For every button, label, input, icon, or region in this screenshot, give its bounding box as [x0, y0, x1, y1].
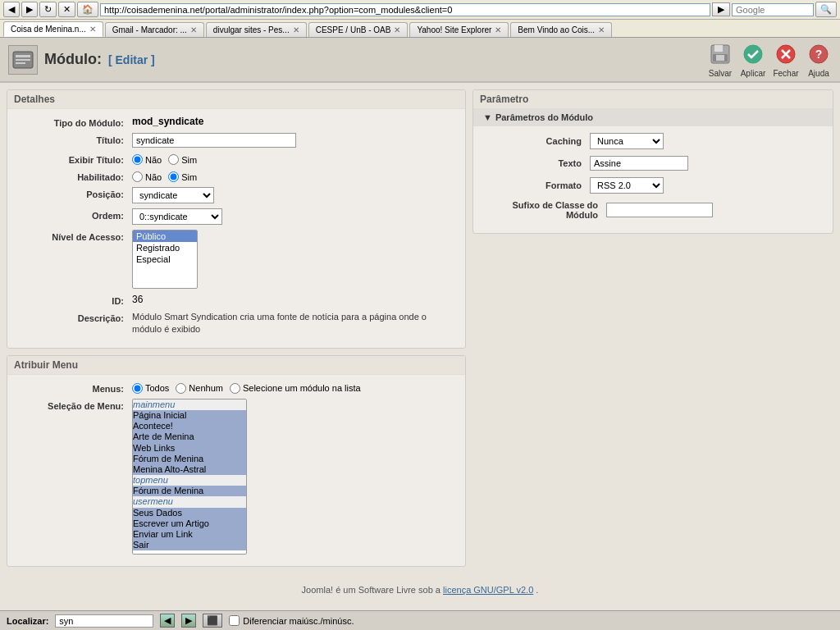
- formato-select[interactable]: RSS 2.0 Atom 1.0: [590, 177, 664, 194]
- caching-select[interactable]: Nunca Global: [590, 133, 664, 149]
- exibir-sim-label[interactable]: Sim: [168, 154, 197, 165]
- id-text: 36: [132, 294, 143, 305]
- menus-selecione-radio[interactable]: [230, 383, 240, 394]
- menu-listbox[interactable]: mainmenu Página Inicial Acontece! Arte d…: [132, 399, 247, 555]
- save-button[interactable]: Salvar: [707, 41, 733, 78]
- collapse-icon[interactable]: ▼: [483, 112, 492, 122]
- menina-alto-astral-item[interactable]: Menina Alto-Astral: [133, 464, 246, 475]
- apply-icon: [740, 41, 766, 67]
- tab-close-icon[interactable]: ✕: [293, 25, 299, 34]
- usermenu-header: usermenu: [133, 496, 246, 507]
- localizar-next-button[interactable]: ▶: [181, 614, 196, 628]
- footer-link[interactable]: licença GNU/GPL v2.0: [443, 585, 533, 595]
- tab-divulgar[interactable]: divulgar sites - Pes... ✕: [206, 22, 307, 37]
- localizar-prev-button[interactable]: ◀: [160, 614, 175, 628]
- exibir-sim-radio[interactable]: [168, 154, 179, 165]
- tab-cespe[interactable]: CESPE / UnB - OAB ✕: [308, 22, 409, 37]
- texto-control: [590, 156, 823, 171]
- escrever-artigo-item[interactable]: Escrever um Artigo: [133, 518, 246, 529]
- nivel-acesso-listbox[interactable]: Público Registrado Especial: [132, 230, 198, 289]
- search-box: 🔍: [732, 2, 837, 17]
- seus-dados-item[interactable]: Seus Dados: [133, 508, 246, 518]
- ordem-select[interactable]: 0::syndicate: [132, 208, 222, 225]
- footer-suffix: .: [536, 585, 538, 595]
- tab-label: divulgar sites - Pes...: [213, 25, 290, 34]
- titulo-label: Título:: [17, 133, 132, 145]
- tab-gmail[interactable]: Gmail - Marcador: ... ✕: [105, 22, 204, 37]
- module-icon: [8, 45, 38, 75]
- caching-control: Nunca Global: [590, 133, 823, 149]
- enviar-link-item[interactable]: Enviar um Link: [133, 529, 246, 540]
- back-button[interactable]: ◀: [3, 2, 20, 17]
- forum-menina-main-item[interactable]: Fórum de Menina: [133, 454, 246, 464]
- posicao-row: Posição: syndicate: [17, 187, 455, 203]
- tab-label: Gmail - Marcador: ...: [112, 25, 187, 34]
- web-links-item[interactable]: Web Links: [133, 443, 246, 454]
- url-input[interactable]: [100, 3, 710, 16]
- home-button[interactable]: 🏠: [77, 2, 98, 17]
- search-input[interactable]: [732, 3, 814, 16]
- close-svg: [774, 43, 797, 66]
- ordem-control: 0::syndicate: [132, 208, 455, 225]
- menus-selecione-label[interactable]: Selecione um módulo na lista: [230, 383, 361, 394]
- sufixo-control: [606, 203, 823, 217]
- tab-yahoo[interactable]: Yahoo! Site Explorer ✕: [409, 22, 509, 37]
- tab-close-icon[interactable]: ✕: [598, 25, 605, 34]
- sufixo-input[interactable]: [606, 203, 713, 217]
- texto-input[interactable]: [590, 156, 688, 171]
- menus-control: Todos Nenhum Selecione um módulo na list…: [132, 381, 455, 394]
- apply-button[interactable]: Aplicar: [740, 41, 766, 78]
- tab-close-icon[interactable]: ✕: [89, 25, 96, 34]
- tab-close-icon[interactable]: ✕: [394, 25, 400, 34]
- highlight-button[interactable]: ⬛: [203, 614, 222, 628]
- mainmenu-header: mainmenu: [133, 399, 246, 410]
- titulo-input[interactable]: [132, 133, 296, 148]
- menus-nenhum-label[interactable]: Nenhum: [176, 383, 223, 394]
- posicao-label: Posição:: [17, 187, 132, 199]
- tab-coisa[interactable]: Coisa de Menina.n... ✕: [3, 21, 103, 37]
- forum-menina-top-item[interactable]: Fórum de Menina: [133, 486, 246, 496]
- habilitado-sim-radio[interactable]: [168, 171, 179, 182]
- svg-point-8: [744, 45, 762, 63]
- menus-todos-radio[interactable]: [132, 383, 143, 394]
- localizar-input[interactable]: [55, 614, 153, 628]
- diferenciar-label[interactable]: Diferenciar maiúsc./minúsc.: [229, 615, 354, 626]
- help-button[interactable]: ? Ajuda: [806, 41, 832, 78]
- habilitado-nao-label[interactable]: Não: [132, 171, 162, 182]
- svg-rect-7: [716, 55, 724, 61]
- menus-nenhum-radio[interactable]: [176, 383, 186, 394]
- tab-close-icon[interactable]: ✕: [190, 25, 197, 34]
- reload-button[interactable]: ↻: [39, 2, 57, 17]
- acontece-item[interactable]: Acontece!: [133, 421, 246, 431]
- diferenciar-checkbox[interactable]: [229, 615, 240, 626]
- tab-bemvindo[interactable]: Bem Vindo ao Cois... ✕: [510, 22, 612, 37]
- stop-button[interactable]: ✕: [58, 2, 75, 17]
- texto-row: Texto: [483, 156, 823, 171]
- selecao-menu-control: mainmenu Página Inicial Acontece! Arte d…: [132, 399, 455, 555]
- detalhes-section: Detalhes Tipo do Módulo: mod_syndicate T…: [7, 89, 466, 349]
- tab-close-icon[interactable]: ✕: [495, 25, 501, 34]
- parametro-title: Parâmetro: [473, 90, 833, 109]
- pagina-inicial-item[interactable]: Página Inicial: [133, 410, 246, 421]
- browser-chrome: ◀ ▶ ↻ ✕ 🏠 ▶ 🔍 Coisa de Menina.n... ✕ Gma…: [0, 0, 840, 38]
- tab-label: CESPE / UnB - OAB: [316, 25, 391, 34]
- posicao-select[interactable]: syndicate: [132, 187, 214, 203]
- search-button[interactable]: 🔍: [815, 2, 837, 17]
- sair-item[interactable]: Sair: [133, 540, 246, 550]
- habilitado-sim-label[interactable]: Sim: [168, 171, 197, 182]
- go-button[interactable]: ▶: [712, 2, 730, 16]
- nivel-acesso-row: Nível de Acesso: Público Registrado Espe…: [17, 230, 455, 289]
- module-label: Módulo:: [44, 51, 102, 68]
- close-button[interactable]: Fechar: [773, 41, 799, 78]
- exibir-nao-radio[interactable]: [132, 154, 143, 165]
- exibir-nao-label[interactable]: Não: [132, 154, 162, 165]
- menus-selecione-text: Selecione um módulo na lista: [243, 383, 361, 393]
- nivel-acesso-label: Nível de Acesso:: [17, 230, 132, 242]
- habilitado-nao-radio[interactable]: [132, 171, 143, 182]
- tipo-text: mod_syndicate: [132, 116, 203, 127]
- save-icon: [707, 41, 733, 67]
- forward-button[interactable]: ▶: [21, 2, 38, 17]
- menus-todos-label[interactable]: Todos: [132, 383, 169, 394]
- arte-menina-item[interactable]: Arte de Menina: [133, 431, 246, 442]
- habilitado-row: Habilitado: Não Sim: [17, 170, 455, 182]
